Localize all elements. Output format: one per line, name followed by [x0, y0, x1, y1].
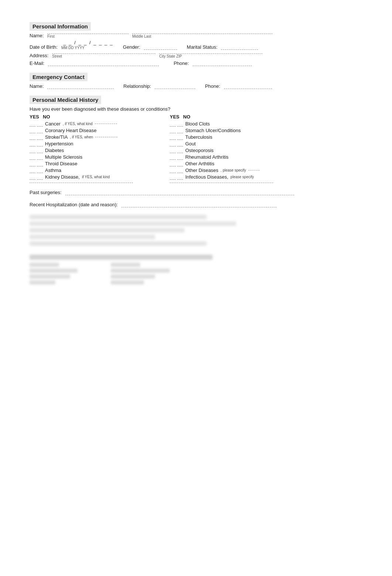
ms-no-cb[interactable]: [37, 155, 43, 160]
email-phone-row: E-Mail: Phone:: [30, 61, 362, 66]
disease-row-osteoporosis: Osteoporosis: [170, 148, 273, 153]
street-field[interactable]: [52, 54, 155, 54]
stroke-yes-cb[interactable]: [30, 135, 35, 140]
past-surgeries-label: Past surgeries:: [30, 190, 62, 195]
street-sublabel: Street: [52, 54, 62, 58]
blood-clots-yes-cb[interactable]: [170, 121, 176, 127]
name-row: Name: First Middle Last: [30, 33, 362, 38]
other-diseases-field[interactable]: [248, 170, 259, 170]
other-diseases-label: Other Diseases: [185, 168, 219, 173]
disease-row-stomach-ulcer: Stomach Ulcer/Conditions: [170, 128, 273, 133]
infectious-no-cb[interactable]: [177, 175, 183, 180]
stomach-ulcer-no-cb[interactable]: [177, 128, 183, 133]
medical-history-question: Have you ever been diagnosed with these …: [30, 106, 362, 112]
osteoporosis-no-cb[interactable]: [177, 148, 183, 153]
cancer-label: Cancer: [45, 121, 61, 127]
diabetes-label: Diabetes: [45, 148, 64, 153]
hypertension-no-cb[interactable]: [37, 141, 43, 146]
email-field[interactable]: [48, 66, 159, 66]
rheumatoid-yes-cb[interactable]: [170, 155, 176, 160]
tuberculosis-no-cb[interactable]: [177, 135, 183, 140]
diabetes-checkboxes: [30, 148, 43, 153]
infectious-yes-cb[interactable]: [170, 175, 176, 180]
hypertension-yes-cb[interactable]: [30, 141, 35, 146]
disease-row-throid: Throid Disease: [30, 161, 133, 166]
hospitalization-field[interactable]: [121, 207, 276, 207]
diabetes-no-cb[interactable]: [37, 148, 43, 153]
past-surgeries-section: Past surgeries:: [30, 190, 362, 195]
marital-label: Marital Status:: [187, 44, 217, 50]
address-label: Address:: [30, 53, 48, 58]
email-label: E-Mail:: [30, 61, 44, 66]
blood-clots-no-cb[interactable]: [177, 121, 183, 127]
dob-format-text: _ _ / _ _ / _ _ _ _: [61, 40, 113, 45]
other-diseases-note: , please specify: [221, 168, 246, 172]
tuberculosis-label: Tuberculosis: [185, 134, 212, 140]
other-diseases-no-cb[interactable]: [177, 168, 183, 173]
disease-row-coronary: Coronary Heart Disease: [30, 128, 133, 133]
stroke-specify-field[interactable]: [95, 137, 117, 137]
name-label: Name:: [30, 33, 44, 38]
other-arthritis-yes-cb[interactable]: [170, 161, 176, 166]
hypertension-checkboxes: [30, 141, 43, 146]
medical-history-section: Personal Medical History Have you ever b…: [30, 96, 362, 183]
cancer-no-cb[interactable]: [37, 121, 43, 127]
other-diseases-yes-cb[interactable]: [170, 168, 176, 173]
gout-no-cb[interactable]: [177, 141, 183, 146]
blood-clots-label: Blood Clots: [185, 121, 210, 127]
dob-label: Date of Birth:: [30, 44, 58, 50]
emergency-name-field[interactable]: [47, 89, 114, 89]
emergency-name-label: Name:: [30, 83, 44, 89]
blurred-content-area: [30, 215, 362, 284]
name-middle-last-field[interactable]: [132, 34, 272, 34]
asthma-no-cb[interactable]: [37, 168, 43, 173]
name-first-field[interactable]: [47, 34, 128, 34]
hospitalization-label: Recent Hospitalization (date and reason)…: [30, 202, 118, 207]
phone-field[interactable]: [193, 66, 252, 66]
medical-history-columns: YES NO Cancer , if YES, what kind C: [30, 114, 362, 183]
throid-yes-cb[interactable]: [30, 161, 35, 166]
disease-row-ms: Multiple Sclerosis: [30, 154, 133, 160]
coronary-yes-cb[interactable]: [30, 128, 35, 133]
rheumatoid-no-cb[interactable]: [177, 155, 183, 160]
city-state-zip-field[interactable]: [159, 54, 262, 54]
ms-yes-cb[interactable]: [30, 155, 35, 160]
gout-yes-cb[interactable]: [170, 141, 176, 146]
cancer-specify-field[interactable]: [95, 124, 117, 124]
personal-info-title: Personal Information: [30, 22, 91, 31]
marital-field[interactable]: [221, 49, 258, 50]
past-surgeries-field[interactable]: [65, 195, 294, 195]
emergency-phone-field[interactable]: [224, 89, 272, 89]
kidney-no-cb[interactable]: [37, 175, 43, 180]
tuberculosis-yes-cb[interactable]: [170, 135, 176, 140]
throid-no-cb[interactable]: [37, 161, 43, 166]
left-disease-column: YES NO Cancer , if YES, what kind C: [30, 114, 133, 183]
relationship-field[interactable]: [155, 89, 195, 89]
relationship-label: Relationship:: [123, 83, 151, 89]
asthma-yes-cb[interactable]: [30, 168, 35, 173]
tuberculosis-checkboxes: [170, 135, 183, 140]
stroke-no-cb[interactable]: [37, 135, 43, 140]
disease-row-hypertension: Hypertension: [30, 141, 133, 146]
kidney-yes-cb[interactable]: [30, 175, 35, 180]
diabetes-yes-cb[interactable]: [30, 148, 35, 153]
name-first-group: First: [47, 34, 128, 38]
emergency-name-row: Name: Relationship: Phone:: [30, 83, 362, 89]
kidney-label: Kidney Disease,: [45, 174, 80, 180]
city-state-zip-group: City State ZIP: [159, 54, 262, 58]
stomach-ulcer-checkboxes: [170, 128, 183, 133]
hospitalization-row: Recent Hospitalization (date and reason)…: [30, 202, 362, 207]
gender-field[interactable]: [144, 49, 177, 50]
gender-label: Gender:: [123, 44, 140, 50]
gout-checkboxes: [170, 141, 183, 146]
cancer-yes-cb[interactable]: [30, 121, 35, 127]
other-arthritis-no-cb[interactable]: [177, 161, 183, 166]
disease-row-tuberculosis: Tuberculosis: [170, 134, 273, 140]
osteoporosis-yes-cb[interactable]: [170, 148, 176, 153]
phone-label: Phone:: [173, 61, 189, 66]
disease-row-blood-clots: Blood Clots: [170, 121, 273, 127]
disease-row-other-diseases: Other Diseases , please specify: [170, 168, 273, 173]
stomach-ulcer-yes-cb[interactable]: [170, 128, 176, 133]
kidney-note: if YES, what kind: [82, 175, 110, 179]
coronary-no-cb[interactable]: [37, 128, 43, 133]
